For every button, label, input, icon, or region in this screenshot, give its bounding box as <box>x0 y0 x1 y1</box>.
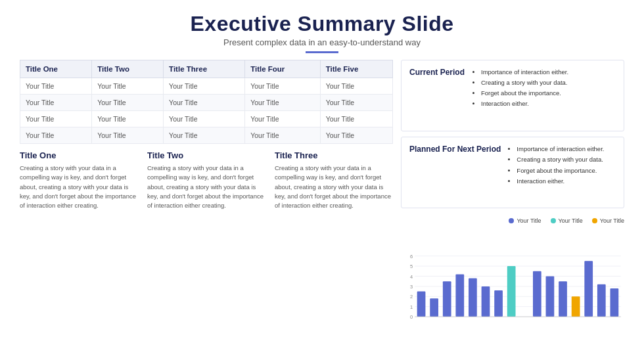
header: Executive Summary Slide Present complex … <box>20 12 624 53</box>
info-box-label-0: Current Period <box>409 67 465 78</box>
table-cell-2-0: Your Title <box>20 111 92 127</box>
table-row: Your TitleYour TitleYour TitleYour Title… <box>20 127 393 144</box>
info-box-1: Planned For Next PeriodImportance of int… <box>401 137 624 208</box>
bottom-col-title-1: Title Two <box>147 150 265 160</box>
table-col-4: Title Five <box>320 60 392 78</box>
svg-rect-19 <box>482 286 490 317</box>
svg-rect-25 <box>572 297 580 317</box>
info-box-content-0: Importance of interaction either.Creatin… <box>472 67 568 110</box>
table-cell-2-3: Your Title <box>245 111 321 127</box>
table-cell-0-3: Your Title <box>245 78 321 95</box>
bottom-col-title-2: Title Three <box>275 150 393 160</box>
legend-dot-1 <box>551 218 556 223</box>
chart-wrapper: 0123456 <box>401 228 624 354</box>
table-cell-3-2: Your Title <box>164 127 245 144</box>
bottom-col-body-2: Creating a story with your data in a com… <box>275 164 393 210</box>
svg-rect-26 <box>584 261 593 317</box>
table-cell-0-4: Your Title <box>320 78 392 95</box>
info-box-item-0-0: Importance of interaction either. <box>481 67 568 78</box>
info-box-item-0-3: Interaction either. <box>481 99 568 109</box>
svg-rect-14 <box>417 292 426 317</box>
bottom-col-body-0: Creating a story with your data in a com… <box>20 164 138 210</box>
right-section: Current PeriodImportance of interaction … <box>401 60 624 354</box>
svg-rect-23 <box>546 277 555 317</box>
legend-label-0: Your Title <box>517 217 541 224</box>
legend-dot-0 <box>509 218 514 223</box>
table-cell-0-0: Your Title <box>20 78 92 95</box>
info-box-0: Current PeriodImportance of interaction … <box>401 60 624 131</box>
svg-text:1: 1 <box>410 304 413 310</box>
header-divider <box>306 51 338 53</box>
main-content: Title OneTitle TwoTitle ThreeTitle FourT… <box>20 60 624 354</box>
table-cell-2-2: Your Title <box>164 111 245 127</box>
table-cell-1-4: Your Title <box>320 95 392 111</box>
svg-rect-17 <box>455 275 464 317</box>
table-cell-2-4: Your Title <box>320 111 392 127</box>
bottom-section: Title OneCreating a story with your data… <box>20 150 393 210</box>
info-box-item-0-2: Forget about the importance. <box>481 88 568 99</box>
legend-item-1: Your Title <box>551 217 583 224</box>
svg-rect-16 <box>443 282 451 317</box>
info-boxes: Current PeriodImportance of interaction … <box>401 60 624 208</box>
table-col-3: Title Four <box>245 60 321 78</box>
legend-dot-2 <box>592 218 597 223</box>
svg-text:6: 6 <box>410 254 413 260</box>
info-box-item-0-1: Creating a story with your data. <box>481 78 568 88</box>
data-table: Title OneTitle TwoTitle ThreeTitle FourT… <box>20 60 393 144</box>
table-cell-3-0: Your Title <box>20 127 92 144</box>
table-cell-3-4: Your Title <box>320 127 392 144</box>
page-title: Executive Summary Slide <box>20 12 624 36</box>
table-cell-1-1: Your Title <box>92 95 164 111</box>
bottom-col-2: Title ThreeCreating a story with your da… <box>275 150 393 210</box>
info-box-item-1-2: Forget about the importance. <box>517 166 604 176</box>
table-row: Your TitleYour TitleYour TitleYour Title… <box>20 95 393 111</box>
svg-text:3: 3 <box>410 284 413 290</box>
info-box-item-1-0: Importance of interaction either. <box>517 144 604 154</box>
table-cell-2-1: Your Title <box>92 111 164 127</box>
table-cell-3-3: Your Title <box>245 127 321 144</box>
svg-rect-18 <box>469 279 477 317</box>
info-box-list-1: Importance of interaction either.Creatin… <box>507 144 604 187</box>
table-row: Your TitleYour TitleYour TitleYour Title… <box>20 111 393 127</box>
table-body: Your TitleYour TitleYour TitleYour Title… <box>20 78 393 144</box>
svg-rect-28 <box>610 288 619 317</box>
svg-rect-15 <box>430 299 438 317</box>
info-box-item-1-3: Interaction either. <box>517 176 604 187</box>
table-cell-1-3: Your Title <box>245 95 321 111</box>
left-section: Title OneTitle TwoTitle ThreeTitle FourT… <box>20 60 393 354</box>
svg-rect-20 <box>494 290 503 317</box>
table-col-0: Title One <box>20 60 92 78</box>
bottom-col-1: Title TwoCreating a story with your data… <box>147 150 265 210</box>
table-cell-1-2: Your Title <box>164 95 245 111</box>
svg-rect-27 <box>597 284 606 317</box>
svg-rect-24 <box>559 282 567 317</box>
chart-legend: Your TitleYour TitleYour Title <box>401 217 624 224</box>
legend-item-2: Your Title <box>592 217 624 224</box>
bottom-col-title-0: Title One <box>20 150 138 160</box>
bottom-col-0: Title OneCreating a story with your data… <box>20 150 138 210</box>
table-col-1: Title Two <box>92 60 164 78</box>
info-box-content-1: Importance of interaction either.Creatin… <box>507 144 604 187</box>
legend-label-2: Your Title <box>600 217 624 224</box>
table-col-2: Title Three <box>164 60 245 78</box>
table-cell-3-1: Your Title <box>92 127 164 144</box>
svg-text:0: 0 <box>410 315 413 321</box>
bar-chart: 0123456 <box>401 228 624 354</box>
table-cell-1-0: Your Title <box>20 95 92 111</box>
page-subtitle: Present complex data in an easy-to-under… <box>20 37 624 47</box>
table-cell-0-1: Your Title <box>92 78 164 95</box>
page: Executive Summary Slide Present complex … <box>0 0 644 362</box>
svg-text:5: 5 <box>410 264 413 270</box>
svg-text:2: 2 <box>410 294 413 300</box>
table-row: Your TitleYour TitleYour TitleYour Title… <box>20 78 393 95</box>
svg-text:4: 4 <box>410 274 413 280</box>
legend-item-0: Your Title <box>509 217 541 224</box>
table-header: Title OneTitle TwoTitle ThreeTitle FourT… <box>20 60 393 78</box>
svg-rect-21 <box>507 267 516 317</box>
chart-area: Your TitleYour TitleYour Title 0123456 <box>401 214 624 354</box>
info-box-label-1: Planned For Next Period <box>409 144 501 155</box>
legend-label-1: Your Title <box>559 217 583 224</box>
bottom-col-body-1: Creating a story with your data in a com… <box>147 164 265 210</box>
table-cell-0-2: Your Title <box>164 78 245 95</box>
svg-rect-22 <box>533 271 541 317</box>
